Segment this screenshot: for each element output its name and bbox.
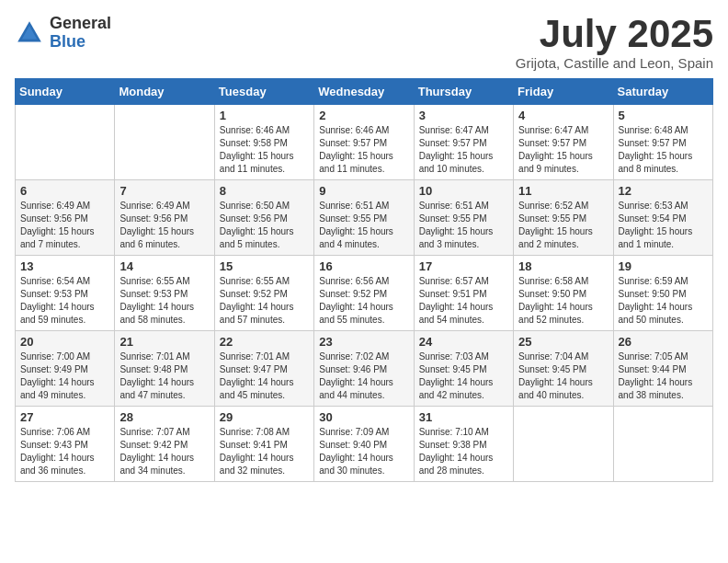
day-detail: Sunrise: 6:51 AM Sunset: 9:55 PM Dayligh… — [319, 200, 408, 251]
calendar-cell: 8Sunrise: 6:50 AM Sunset: 9:56 PM Daylig… — [214, 180, 313, 256]
calendar-cell: 18Sunrise: 6:58 AM Sunset: 9:50 PM Dayli… — [514, 256, 613, 331]
weekday-header: Monday — [115, 79, 214, 105]
day-number: 4 — [518, 109, 608, 122]
day-detail: Sunrise: 7:05 AM Sunset: 9:44 PM Dayligh… — [619, 350, 708, 402]
day-number: 12 — [619, 184, 708, 198]
day-number: 6 — [20, 184, 109, 198]
calendar-cell: 13Sunrise: 6:54 AM Sunset: 9:53 PM Dayli… — [16, 256, 115, 331]
calendar-cell — [514, 407, 613, 482]
calendar-cell — [115, 105, 214, 180]
calendar-week-row: 13Sunrise: 6:54 AM Sunset: 9:53 PM Dayli… — [16, 256, 713, 331]
calendar-cell — [613, 407, 712, 482]
calendar-cell: 17Sunrise: 6:57 AM Sunset: 9:51 PM Dayli… — [414, 256, 513, 331]
day-number: 27 — [20, 410, 109, 424]
day-number: 14 — [119, 259, 209, 273]
day-detail: Sunrise: 7:06 AM Sunset: 9:43 PM Dayligh… — [20, 426, 109, 477]
calendar-cell: 10Sunrise: 6:51 AM Sunset: 9:55 PM Dayli… — [414, 180, 513, 256]
day-detail: Sunrise: 7:09 AM Sunset: 9:40 PM Dayligh… — [319, 426, 408, 477]
calendar-cell — [16, 105, 115, 180]
day-detail: Sunrise: 6:47 AM Sunset: 9:57 PM Dayligh… — [419, 124, 508, 176]
title-block: July 2025 Grijota, Castille and Leon, Sp… — [516, 15, 713, 71]
logo-general: General — [50, 15, 111, 33]
day-number: 28 — [119, 410, 209, 424]
calendar-cell: 6Sunrise: 6:49 AM Sunset: 9:56 PM Daylig… — [16, 180, 115, 256]
day-detail: Sunrise: 6:58 AM Sunset: 9:50 PM Dayligh… — [518, 275, 608, 327]
calendar-cell: 14Sunrise: 6:55 AM Sunset: 9:53 PM Dayli… — [115, 256, 214, 331]
day-detail: Sunrise: 6:54 AM Sunset: 9:53 PM Dayligh… — [20, 275, 109, 327]
logo-blue: Blue — [50, 33, 111, 52]
day-number: 29 — [220, 410, 309, 424]
day-number: 3 — [419, 109, 508, 122]
day-detail: Sunrise: 6:51 AM Sunset: 9:55 PM Dayligh… — [419, 200, 508, 251]
day-number: 24 — [419, 335, 508, 349]
day-detail: Sunrise: 7:01 AM Sunset: 9:48 PM Dayligh… — [119, 350, 209, 402]
day-detail: Sunrise: 6:46 AM Sunset: 9:58 PM Dayligh… — [220, 124, 309, 176]
calendar-header-row: SundayMondayTuesdayWednesdayThursdayFrid… — [16, 79, 713, 105]
day-number: 15 — [220, 259, 309, 273]
day-number: 22 — [220, 335, 309, 349]
day-detail: Sunrise: 7:00 AM Sunset: 9:49 PM Dayligh… — [20, 350, 109, 402]
calendar-cell: 19Sunrise: 6:59 AM Sunset: 9:50 PM Dayli… — [613, 256, 712, 331]
day-detail: Sunrise: 6:46 AM Sunset: 9:57 PM Dayligh… — [319, 124, 408, 176]
calendar-cell: 12Sunrise: 6:53 AM Sunset: 9:54 PM Dayli… — [613, 180, 712, 256]
weekday-header: Wednesday — [314, 79, 414, 105]
page-header: General Blue July 2025 Grijota, Castille… — [15, 15, 713, 71]
calendar-cell: 29Sunrise: 7:08 AM Sunset: 9:41 PM Dayli… — [214, 407, 313, 482]
logo: General Blue — [15, 15, 111, 52]
calendar-cell: 3Sunrise: 6:47 AM Sunset: 9:57 PM Daylig… — [414, 105, 513, 180]
calendar-cell: 1Sunrise: 6:46 AM Sunset: 9:58 PM Daylig… — [214, 105, 313, 180]
day-number: 9 — [319, 184, 408, 198]
calendar-cell: 24Sunrise: 7:03 AM Sunset: 9:45 PM Dayli… — [414, 331, 513, 407]
day-detail: Sunrise: 7:07 AM Sunset: 9:42 PM Dayligh… — [119, 426, 209, 477]
calendar-cell: 15Sunrise: 6:55 AM Sunset: 9:52 PM Dayli… — [214, 256, 313, 331]
weekday-header: Thursday — [414, 79, 513, 105]
day-detail: Sunrise: 7:03 AM Sunset: 9:45 PM Dayligh… — [419, 350, 508, 402]
day-number: 1 — [220, 109, 309, 122]
day-number: 23 — [319, 335, 408, 349]
day-number: 31 — [419, 410, 508, 424]
location: Grijota, Castille and Leon, Spain — [516, 55, 713, 71]
day-detail: Sunrise: 6:48 AM Sunset: 9:57 PM Dayligh… — [619, 124, 708, 176]
day-number: 21 — [119, 335, 209, 349]
calendar-week-row: 27Sunrise: 7:06 AM Sunset: 9:43 PM Dayli… — [16, 407, 713, 482]
weekday-header: Saturday — [613, 79, 712, 105]
day-number: 2 — [319, 109, 408, 122]
day-detail: Sunrise: 6:55 AM Sunset: 9:53 PM Dayligh… — [119, 275, 209, 327]
day-detail: Sunrise: 6:47 AM Sunset: 9:57 PM Dayligh… — [518, 124, 608, 176]
weekday-header: Sunday — [16, 79, 115, 105]
day-number: 26 — [619, 335, 708, 349]
day-detail: Sunrise: 6:49 AM Sunset: 9:56 PM Dayligh… — [20, 200, 109, 251]
calendar-cell: 26Sunrise: 7:05 AM Sunset: 9:44 PM Dayli… — [613, 331, 712, 407]
day-detail: Sunrise: 6:55 AM Sunset: 9:52 PM Dayligh… — [220, 275, 309, 327]
calendar-week-row: 1Sunrise: 6:46 AM Sunset: 9:58 PM Daylig… — [16, 105, 713, 180]
day-number: 19 — [619, 259, 708, 273]
calendar-cell: 5Sunrise: 6:48 AM Sunset: 9:57 PM Daylig… — [613, 105, 712, 180]
calendar-week-row: 6Sunrise: 6:49 AM Sunset: 9:56 PM Daylig… — [16, 180, 713, 256]
calendar-cell: 30Sunrise: 7:09 AM Sunset: 9:40 PM Dayli… — [314, 407, 414, 482]
calendar-week-row: 20Sunrise: 7:00 AM Sunset: 9:49 PM Dayli… — [16, 331, 713, 407]
day-detail: Sunrise: 6:53 AM Sunset: 9:54 PM Dayligh… — [619, 200, 708, 251]
day-detail: Sunrise: 7:02 AM Sunset: 9:46 PM Dayligh… — [319, 350, 408, 402]
day-number: 5 — [619, 109, 708, 122]
day-number: 25 — [518, 335, 608, 349]
calendar-cell: 4Sunrise: 6:47 AM Sunset: 9:57 PM Daylig… — [514, 105, 613, 180]
day-detail: Sunrise: 6:59 AM Sunset: 9:50 PM Dayligh… — [619, 275, 708, 327]
day-detail: Sunrise: 6:50 AM Sunset: 9:56 PM Dayligh… — [220, 200, 309, 251]
day-number: 7 — [119, 184, 209, 198]
weekday-header: Tuesday — [214, 79, 313, 105]
day-detail: Sunrise: 6:49 AM Sunset: 9:56 PM Dayligh… — [119, 200, 209, 251]
day-number: 16 — [319, 259, 408, 273]
calendar-cell: 7Sunrise: 6:49 AM Sunset: 9:56 PM Daylig… — [115, 180, 214, 256]
day-detail: Sunrise: 7:04 AM Sunset: 9:45 PM Dayligh… — [518, 350, 608, 402]
calendar-cell: 23Sunrise: 7:02 AM Sunset: 9:46 PM Dayli… — [314, 331, 414, 407]
calendar-cell: 20Sunrise: 7:00 AM Sunset: 9:49 PM Dayli… — [16, 331, 115, 407]
day-detail: Sunrise: 7:08 AM Sunset: 9:41 PM Dayligh… — [220, 426, 309, 477]
day-number: 10 — [419, 184, 508, 198]
day-number: 17 — [419, 259, 508, 273]
day-detail: Sunrise: 7:01 AM Sunset: 9:47 PM Dayligh… — [220, 350, 309, 402]
day-detail: Sunrise: 7:10 AM Sunset: 9:38 PM Dayligh… — [419, 426, 508, 477]
day-detail: Sunrise: 6:57 AM Sunset: 9:51 PM Dayligh… — [419, 275, 508, 327]
day-number: 18 — [518, 259, 608, 273]
month-title: July 2025 — [516, 15, 713, 53]
logo-icon — [15, 18, 44, 48]
